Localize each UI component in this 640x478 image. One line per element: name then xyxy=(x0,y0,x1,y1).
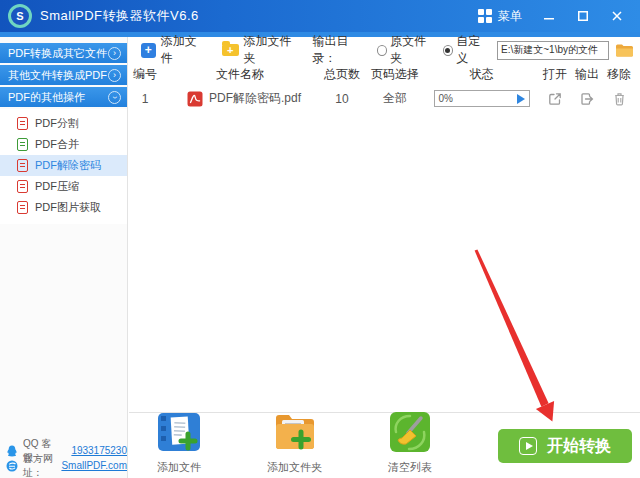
chevron-right-icon xyxy=(108,69,121,82)
maximize-button[interactable] xyxy=(568,4,598,28)
close-button[interactable] xyxy=(602,4,632,28)
progress-percent: 0% xyxy=(439,93,517,104)
sidebar-item-pdf-extract-images[interactable]: PDF图片获取 xyxy=(0,197,127,218)
output-file-button[interactable] xyxy=(579,91,595,107)
play-icon xyxy=(519,437,537,455)
add-file-big-label: 添加文件 xyxy=(157,460,201,475)
chevron-right-icon xyxy=(108,47,121,60)
add-file-button[interactable]: + 添加文件 xyxy=(137,31,212,69)
play-triangle-icon xyxy=(517,94,525,104)
qq-icon xyxy=(6,445,18,457)
add-folder-big-label: 添加文件夹 xyxy=(267,460,322,475)
clear-list-broom-icon xyxy=(388,410,432,458)
chevron-down-icon xyxy=(108,91,121,104)
menu-button[interactable]: 菜单 xyxy=(470,4,530,29)
start-convert-button[interactable]: 开始转换 xyxy=(498,429,632,463)
sidebar-item-pdf-split[interactable]: PDF分割 xyxy=(0,113,127,134)
radio-original-label: 原文件夹 xyxy=(390,33,436,67)
title-bar: S SmallPDF转换器软件V6.6 菜单 xyxy=(0,0,640,32)
sidebar-item-label: PDF合并 xyxy=(35,137,79,152)
radio-original-icon xyxy=(377,45,388,56)
remove-file-button[interactable] xyxy=(612,91,627,107)
qq-number-link[interactable]: 1933175230 xyxy=(71,445,127,456)
site-link[interactable]: SmallPDF.com xyxy=(61,460,127,471)
sidebar-item-pdf-compress[interactable]: PDF压缩 xyxy=(0,176,127,197)
toolbar: + 添加文件 + 添加文件夹 输出目录： 原文件夹 自定义 xyxy=(129,37,640,61)
radio-custom[interactable]: 自定义 xyxy=(443,33,491,67)
col-page-select: 页码选择 xyxy=(365,66,425,83)
sidebar-group-other-to-pdf[interactable]: 其他文件转换成PDF xyxy=(0,65,127,85)
pdf-file-icon xyxy=(17,159,28,172)
pdf-file-icon xyxy=(17,138,28,151)
sidebar-item-pdf-remove-password[interactable]: PDF解除密码 xyxy=(0,155,127,176)
radio-custom-label: 自定义 xyxy=(456,33,491,67)
add-folder-big-icon xyxy=(273,410,317,458)
sidebar-group-label: PDF转换成其它文件 xyxy=(8,46,107,61)
browser-icon xyxy=(6,460,18,472)
col-output: 输出 xyxy=(572,66,602,83)
app-logo-icon: S xyxy=(8,4,32,28)
sidebar-item-label: PDF压缩 xyxy=(35,179,79,194)
sidebar-item-label: PDF解除密码 xyxy=(35,158,101,173)
sidebar-item-label: PDF分割 xyxy=(35,116,79,131)
radio-original-folder[interactable]: 原文件夹 xyxy=(377,33,437,67)
output-dir-label: 输出目录： xyxy=(312,33,370,67)
col-open: 打开 xyxy=(538,66,572,83)
main-area: + 添加文件 + 添加文件夹 输出目录： 原文件夹 自定义 xyxy=(129,37,640,478)
add-folder-icon: + xyxy=(222,44,239,56)
open-file-button[interactable] xyxy=(547,91,563,107)
row-number: 1 xyxy=(129,92,161,106)
sidebar-group-pdf-to-other[interactable]: PDF转换成其它文件 xyxy=(0,43,127,63)
clear-list-label: 清空列表 xyxy=(388,460,432,475)
menu-label: 菜单 xyxy=(498,8,522,25)
add-folder-button[interactable]: + 添加文件夹 xyxy=(218,31,307,69)
add-file-big-button[interactable]: 添加文件 xyxy=(157,410,201,475)
start-convert-label: 开始转换 xyxy=(547,436,611,457)
app-window: S SmallPDF转换器软件V6.6 菜单 PDF转换成其它文件 xyxy=(0,0,640,478)
row-pages: 10 xyxy=(319,92,365,106)
grid-menu-icon xyxy=(478,9,492,23)
sidebar-group-label: PDF的其他操作 xyxy=(8,90,85,105)
sidebar-group-label: 其他文件转换成PDF xyxy=(8,68,107,83)
col-no: 编号 xyxy=(129,66,161,83)
row-filename: PDF解除密码.pdf xyxy=(209,90,301,107)
sidebar: PDF转换成其它文件 其他文件转换成PDF PDF的其他操作 PDF分割 PDF… xyxy=(0,37,128,478)
sidebar-group-pdf-other-ops[interactable]: PDF的其他操作 xyxy=(0,87,127,107)
pdf-file-icon xyxy=(17,180,28,193)
site-label: 官方网址： xyxy=(23,452,56,478)
add-folder-big-button[interactable]: 添加文件夹 xyxy=(267,410,322,475)
col-status: 状态 xyxy=(425,66,538,83)
add-file-label: 添加文件 xyxy=(161,33,208,67)
col-filename: 文件名称 xyxy=(161,66,319,83)
contact-info: QQ 客服： 1933175230 官方网址： SmallPDF.com xyxy=(6,443,127,473)
bottom-bar: 添加文件 添加文件夹 清空列表 开始转换 xyxy=(129,412,640,478)
sidebar-item-label: PDF图片获取 xyxy=(35,200,101,215)
clear-list-button[interactable]: 清空列表 xyxy=(388,410,432,475)
sidebar-item-pdf-merge[interactable]: PDF合并 xyxy=(0,134,127,155)
browse-folder-button[interactable] xyxy=(615,43,634,58)
app-title: SmallPDF转换器软件V6.6 xyxy=(40,7,199,25)
col-remove: 移除 xyxy=(602,66,636,83)
pdf-file-icon xyxy=(17,117,28,130)
add-folder-label: 添加文件夹 xyxy=(244,33,303,67)
col-pages: 总页数 xyxy=(319,66,365,83)
table-row[interactable]: 1 PDF解除密码.pdf 10 全部 0% xyxy=(129,85,640,112)
add-file-icon: + xyxy=(141,43,156,58)
pdf-file-icon xyxy=(17,201,28,214)
radio-custom-icon xyxy=(443,45,454,56)
pdf-acrobat-icon xyxy=(187,91,203,107)
table-header: 编号 文件名称 总页数 页码选择 状态 打开 输出 移除 xyxy=(129,64,640,85)
row-page-select[interactable]: 全部 xyxy=(365,90,425,107)
progress-bar: 0% xyxy=(434,90,530,107)
add-file-big-icon xyxy=(157,410,201,458)
output-path-input[interactable] xyxy=(497,41,609,60)
minimize-button[interactable] xyxy=(534,4,564,28)
